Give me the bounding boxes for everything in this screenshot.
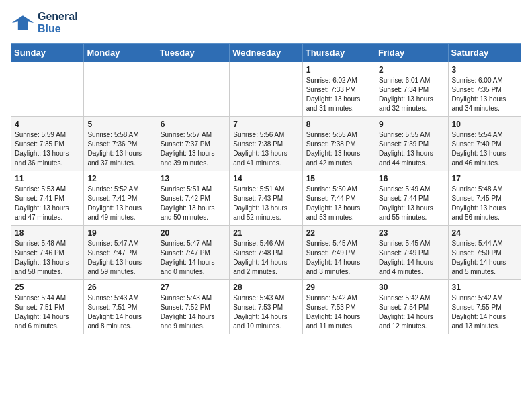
day-number: 27 — [161, 283, 226, 292]
day-number: 31 — [452, 283, 517, 292]
calendar-cell: 30Sunrise: 5:42 AM Sunset: 7:54 PM Dayli… — [375, 280, 448, 334]
day-info: Sunrise: 5:49 AM Sunset: 7:44 PM Dayligh… — [379, 185, 444, 222]
day-info: Sunrise: 5:46 AM Sunset: 7:48 PM Dayligh… — [233, 239, 298, 277]
day-number: 2 — [379, 65, 444, 75]
day-info: Sunrise: 6:00 AM Sunset: 7:35 PM Dayligh… — [452, 76, 517, 113]
calendar-cell: 12Sunrise: 5:52 AM Sunset: 7:41 PM Dayli… — [84, 171, 157, 226]
calendar-cell: 8Sunrise: 5:55 AM Sunset: 7:38 PM Daylig… — [302, 117, 375, 171]
day-number: 30 — [379, 283, 444, 292]
weekday-thursday: Thursday — [302, 44, 375, 62]
calendar-table: SundayMondayTuesdayWednesdayThursdayFrid… — [11, 43, 521, 334]
day-info: Sunrise: 5:47 AM Sunset: 7:47 PM Dayligh… — [161, 239, 226, 277]
weekday-friday: Friday — [375, 44, 448, 62]
day-info: Sunrise: 5:51 AM Sunset: 7:42 PM Dayligh… — [161, 185, 226, 222]
day-number: 17 — [452, 174, 517, 183]
day-number: 5 — [87, 120, 152, 129]
calendar-header: SundayMondayTuesdayWednesdayThursdayFrid… — [11, 44, 521, 62]
day-info: Sunrise: 5:50 AM Sunset: 7:44 PM Dayligh… — [306, 185, 371, 222]
day-number: 4 — [15, 120, 80, 129]
calendar-cell: 5Sunrise: 5:58 AM Sunset: 7:36 PM Daylig… — [84, 117, 157, 171]
day-number: 7 — [233, 120, 298, 129]
calendar-body: 1Sunrise: 6:02 AM Sunset: 7:33 PM Daylig… — [11, 62, 521, 334]
day-number: 11 — [15, 174, 80, 183]
calendar-cell — [157, 62, 229, 117]
day-number: 1 — [306, 65, 371, 75]
day-info: Sunrise: 5:53 AM Sunset: 7:41 PM Dayligh… — [15, 185, 80, 222]
calendar-cell: 19Sunrise: 5:47 AM Sunset: 7:47 PM Dayli… — [84, 226, 157, 280]
week-row-4: 25Sunrise: 5:44 AM Sunset: 7:51 PM Dayli… — [11, 280, 521, 334]
day-number: 21 — [233, 228, 298, 238]
day-info: Sunrise: 5:58 AM Sunset: 7:36 PM Dayligh… — [87, 130, 152, 168]
week-row-0: 1Sunrise: 6:02 AM Sunset: 7:33 PM Daylig… — [11, 62, 521, 117]
calendar-cell — [230, 62, 302, 117]
calendar-cell: 20Sunrise: 5:47 AM Sunset: 7:47 PM Dayli… — [157, 226, 229, 280]
calendar-cell: 14Sunrise: 5:51 AM Sunset: 7:43 PM Dayli… — [230, 171, 302, 226]
day-info: Sunrise: 6:01 AM Sunset: 7:34 PM Dayligh… — [379, 76, 444, 113]
day-info: Sunrise: 5:48 AM Sunset: 7:46 PM Dayligh… — [15, 239, 80, 277]
weekday-sunday: Sunday — [11, 44, 84, 62]
calendar-cell: 22Sunrise: 5:45 AM Sunset: 7:49 PM Dayli… — [302, 226, 375, 280]
weekday-saturday: Saturday — [448, 44, 521, 62]
day-info: Sunrise: 5:59 AM Sunset: 7:35 PM Dayligh… — [15, 130, 80, 168]
calendar-cell: 1Sunrise: 6:02 AM Sunset: 7:33 PM Daylig… — [302, 62, 375, 117]
day-number: 6 — [161, 120, 226, 129]
calendar-cell — [84, 62, 157, 117]
weekday-tuesday: Tuesday — [157, 44, 229, 62]
page-header: General Blue — [11, 11, 521, 35]
day-info: Sunrise: 5:48 AM Sunset: 7:45 PM Dayligh… — [452, 185, 517, 222]
day-number: 22 — [306, 228, 371, 238]
day-info: Sunrise: 5:55 AM Sunset: 7:38 PM Dayligh… — [306, 130, 371, 168]
day-info: Sunrise: 5:57 AM Sunset: 7:37 PM Dayligh… — [161, 130, 226, 168]
day-info: Sunrise: 5:44 AM Sunset: 7:51 PM Dayligh… — [15, 293, 80, 331]
day-info: Sunrise: 5:43 AM Sunset: 7:52 PM Dayligh… — [161, 293, 226, 331]
day-number: 9 — [379, 120, 444, 129]
calendar-cell: 29Sunrise: 5:42 AM Sunset: 7:53 PM Dayli… — [302, 280, 375, 334]
day-info: Sunrise: 5:44 AM Sunset: 7:50 PM Dayligh… — [452, 239, 517, 277]
day-number: 19 — [87, 228, 152, 238]
day-number: 29 — [306, 283, 371, 292]
day-info: Sunrise: 5:45 AM Sunset: 7:49 PM Dayligh… — [379, 239, 444, 277]
day-number: 18 — [15, 228, 80, 238]
calendar-cell: 16Sunrise: 5:49 AM Sunset: 7:44 PM Dayli… — [375, 171, 448, 226]
day-info: Sunrise: 5:42 AM Sunset: 7:54 PM Dayligh… — [379, 293, 444, 331]
calendar-cell: 27Sunrise: 5:43 AM Sunset: 7:52 PM Dayli… — [157, 280, 229, 334]
calendar-cell: 15Sunrise: 5:50 AM Sunset: 7:44 PM Dayli… — [302, 171, 375, 226]
day-info: Sunrise: 5:42 AM Sunset: 7:55 PM Dayligh… — [452, 293, 517, 331]
week-row-3: 18Sunrise: 5:48 AM Sunset: 7:46 PM Dayli… — [11, 226, 521, 280]
calendar-cell: 28Sunrise: 5:43 AM Sunset: 7:53 PM Dayli… — [230, 280, 302, 334]
day-number: 10 — [452, 120, 517, 129]
calendar-cell — [11, 62, 84, 117]
calendar-cell: 26Sunrise: 5:43 AM Sunset: 7:51 PM Dayli… — [84, 280, 157, 334]
calendar-cell: 10Sunrise: 5:54 AM Sunset: 7:40 PM Dayli… — [448, 117, 521, 171]
calendar-cell: 23Sunrise: 5:45 AM Sunset: 7:49 PM Dayli… — [375, 226, 448, 280]
calendar-cell: 11Sunrise: 5:53 AM Sunset: 7:41 PM Dayli… — [11, 171, 84, 226]
week-row-1: 4Sunrise: 5:59 AM Sunset: 7:35 PM Daylig… — [11, 117, 521, 171]
weekday-header-row: SundayMondayTuesdayWednesdayThursdayFrid… — [11, 44, 521, 62]
calendar-cell: 6Sunrise: 5:57 AM Sunset: 7:37 PM Daylig… — [157, 117, 229, 171]
day-number: 15 — [306, 174, 371, 183]
calendar-cell: 25Sunrise: 5:44 AM Sunset: 7:51 PM Dayli… — [11, 280, 84, 334]
day-info: Sunrise: 5:52 AM Sunset: 7:41 PM Dayligh… — [87, 185, 152, 222]
day-number: 26 — [87, 283, 152, 292]
weekday-wednesday: Wednesday — [230, 44, 302, 62]
logo-text: General Blue — [38, 11, 78, 34]
day-info: Sunrise: 5:47 AM Sunset: 7:47 PM Dayligh… — [87, 239, 152, 277]
day-number: 28 — [233, 283, 298, 292]
day-number: 16 — [379, 174, 444, 183]
day-info: Sunrise: 5:43 AM Sunset: 7:51 PM Dayligh… — [87, 293, 152, 331]
calendar-cell: 3Sunrise: 6:00 AM Sunset: 7:35 PM Daylig… — [448, 62, 521, 117]
day-info: Sunrise: 5:42 AM Sunset: 7:53 PM Dayligh… — [306, 293, 371, 331]
day-number: 24 — [452, 228, 517, 238]
day-number: 13 — [161, 174, 226, 183]
day-info: Sunrise: 5:55 AM Sunset: 7:39 PM Dayligh… — [379, 130, 444, 168]
calendar-cell: 9Sunrise: 5:55 AM Sunset: 7:39 PM Daylig… — [375, 117, 448, 171]
day-number: 14 — [233, 174, 298, 183]
day-info: Sunrise: 5:54 AM Sunset: 7:40 PM Dayligh… — [452, 130, 517, 168]
calendar-cell: 4Sunrise: 5:59 AM Sunset: 7:35 PM Daylig… — [11, 117, 84, 171]
calendar-cell: 24Sunrise: 5:44 AM Sunset: 7:50 PM Dayli… — [448, 226, 521, 280]
day-info: Sunrise: 5:51 AM Sunset: 7:43 PM Dayligh… — [233, 185, 298, 222]
day-number: 3 — [452, 65, 517, 75]
day-number: 23 — [379, 228, 444, 238]
calendar-cell: 18Sunrise: 5:48 AM Sunset: 7:46 PM Dayli… — [11, 226, 84, 280]
calendar-cell: 13Sunrise: 5:51 AM Sunset: 7:42 PM Dayli… — [157, 171, 229, 226]
